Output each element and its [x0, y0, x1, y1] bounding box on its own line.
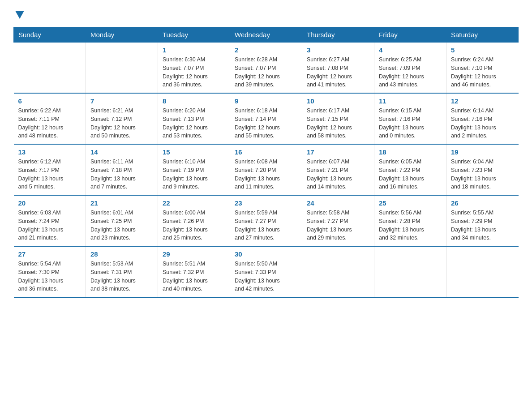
table-row: 5Sunrise: 6:24 AMSunset: 7:10 PMDaylight…	[446, 43, 519, 94]
table-row: 13Sunrise: 6:12 AMSunset: 7:17 PMDayligh…	[14, 144, 86, 195]
logo	[13, 9, 24, 18]
day-info: Sunrise: 6:20 AMSunset: 7:13 PMDaylight:…	[163, 107, 225, 140]
day-number: 14	[90, 148, 153, 156]
table-row: 6Sunrise: 6:22 AMSunset: 7:11 PMDaylight…	[14, 93, 86, 144]
day-number: 9	[235, 97, 297, 105]
week-row-2: 6Sunrise: 6:22 AMSunset: 7:11 PMDaylight…	[14, 93, 519, 144]
table-row: 19Sunrise: 6:04 AMSunset: 7:23 PMDayligh…	[446, 144, 519, 195]
week-row-5: 27Sunrise: 5:54 AMSunset: 7:30 PMDayligh…	[14, 246, 519, 297]
day-number: 6	[18, 97, 82, 105]
table-row: 27Sunrise: 5:54 AMSunset: 7:30 PMDayligh…	[14, 246, 86, 297]
calendar-header: SundayMondayTuesdayWednesdayThursdayFrid…	[14, 27, 519, 43]
table-row: 28Sunrise: 5:53 AMSunset: 7:31 PMDayligh…	[86, 246, 158, 297]
day-number: 25	[379, 199, 442, 207]
day-number: 18	[379, 148, 442, 156]
table-row: 7Sunrise: 6:21 AMSunset: 7:12 PMDaylight…	[86, 93, 158, 144]
table-row	[86, 43, 158, 94]
weekday-header-wednesday: Wednesday	[230, 27, 302, 43]
day-info: Sunrise: 5:51 AMSunset: 7:32 PMDaylight:…	[163, 260, 225, 293]
calendar-table: SundayMondayTuesdayWednesdayThursdayFrid…	[13, 27, 519, 298]
table-row: 11Sunrise: 6:15 AMSunset: 7:16 PMDayligh…	[374, 93, 446, 144]
day-info: Sunrise: 6:27 AMSunset: 7:08 PMDaylight:…	[307, 56, 369, 89]
week-row-1: 1Sunrise: 6:30 AMSunset: 7:07 PMDaylight…	[14, 43, 519, 94]
day-info: Sunrise: 6:05 AMSunset: 7:22 PMDaylight:…	[379, 158, 442, 191]
table-row: 24Sunrise: 5:58 AMSunset: 7:27 PMDayligh…	[302, 195, 374, 246]
day-info: Sunrise: 6:24 AMSunset: 7:10 PMDaylight:…	[451, 56, 514, 89]
weekday-header-thursday: Thursday	[302, 27, 374, 43]
day-info: Sunrise: 6:18 AMSunset: 7:14 PMDaylight:…	[235, 107, 297, 140]
table-row: 10Sunrise: 6:17 AMSunset: 7:15 PMDayligh…	[302, 93, 374, 144]
day-info: Sunrise: 6:12 AMSunset: 7:17 PMDaylight:…	[18, 158, 82, 191]
day-info: Sunrise: 5:53 AMSunset: 7:31 PMDaylight:…	[90, 260, 153, 293]
day-info: Sunrise: 5:59 AMSunset: 7:27 PMDaylight:…	[235, 209, 297, 242]
day-number: 16	[235, 148, 297, 156]
day-info: Sunrise: 6:11 AMSunset: 7:18 PMDaylight:…	[90, 158, 153, 191]
day-info: Sunrise: 6:25 AMSunset: 7:09 PMDaylight:…	[379, 56, 442, 89]
day-info: Sunrise: 5:55 AMSunset: 7:29 PMDaylight:…	[451, 209, 514, 242]
day-info: Sunrise: 6:08 AMSunset: 7:20 PMDaylight:…	[235, 158, 297, 191]
day-number: 13	[18, 148, 82, 156]
day-info: Sunrise: 6:10 AMSunset: 7:19 PMDaylight:…	[163, 158, 225, 191]
table-row: 30Sunrise: 5:50 AMSunset: 7:33 PMDayligh…	[230, 246, 302, 297]
day-info: Sunrise: 6:01 AMSunset: 7:25 PMDaylight:…	[90, 209, 153, 242]
day-info: Sunrise: 6:14 AMSunset: 7:16 PMDaylight:…	[451, 107, 514, 140]
weekday-header-friday: Friday	[374, 27, 446, 43]
table-row: 2Sunrise: 6:28 AMSunset: 7:07 PMDaylight…	[230, 43, 302, 94]
day-number: 19	[451, 148, 514, 156]
day-info: Sunrise: 6:17 AMSunset: 7:15 PMDaylight:…	[307, 107, 369, 140]
day-info: Sunrise: 6:30 AMSunset: 7:07 PMDaylight:…	[163, 56, 225, 89]
table-row: 3Sunrise: 6:27 AMSunset: 7:08 PMDaylight…	[302, 43, 374, 94]
calendar-body: 1Sunrise: 6:30 AMSunset: 7:07 PMDaylight…	[14, 43, 519, 298]
day-number: 10	[307, 97, 369, 105]
table-row: 14Sunrise: 6:11 AMSunset: 7:18 PMDayligh…	[86, 144, 158, 195]
day-info: Sunrise: 5:58 AMSunset: 7:27 PMDaylight:…	[307, 209, 369, 242]
day-number: 4	[379, 46, 442, 54]
day-number: 5	[451, 46, 514, 54]
table-row: 1Sunrise: 6:30 AMSunset: 7:07 PMDaylight…	[158, 43, 230, 94]
day-number: 24	[307, 199, 369, 207]
day-info: Sunrise: 6:28 AMSunset: 7:07 PMDaylight:…	[235, 56, 297, 89]
table-row	[446, 246, 519, 297]
table-row: 9Sunrise: 6:18 AMSunset: 7:14 PMDaylight…	[230, 93, 302, 144]
table-row	[302, 246, 374, 297]
table-row: 18Sunrise: 6:05 AMSunset: 7:22 PMDayligh…	[374, 144, 446, 195]
day-info: Sunrise: 5:56 AMSunset: 7:28 PMDaylight:…	[379, 209, 442, 242]
table-row: 26Sunrise: 5:55 AMSunset: 7:29 PMDayligh…	[446, 195, 519, 246]
logo-triangle-icon	[15, 11, 24, 19]
table-row: 17Sunrise: 6:07 AMSunset: 7:21 PMDayligh…	[302, 144, 374, 195]
table-row: 8Sunrise: 6:20 AMSunset: 7:13 PMDaylight…	[158, 93, 230, 144]
day-number: 23	[235, 199, 297, 207]
week-row-3: 13Sunrise: 6:12 AMSunset: 7:17 PMDayligh…	[14, 144, 519, 195]
weekday-header-tuesday: Tuesday	[158, 27, 230, 43]
day-info: Sunrise: 5:50 AMSunset: 7:33 PMDaylight:…	[235, 260, 297, 293]
table-row	[374, 246, 446, 297]
table-row: 16Sunrise: 6:08 AMSunset: 7:20 PMDayligh…	[230, 144, 302, 195]
day-number: 15	[163, 148, 225, 156]
table-row: 29Sunrise: 5:51 AMSunset: 7:32 PMDayligh…	[158, 246, 230, 297]
day-info: Sunrise: 6:21 AMSunset: 7:12 PMDaylight:…	[90, 107, 153, 140]
day-info: Sunrise: 5:54 AMSunset: 7:30 PMDaylight:…	[18, 260, 82, 293]
day-number: 21	[90, 199, 153, 207]
table-row: 4Sunrise: 6:25 AMSunset: 7:09 PMDaylight…	[374, 43, 446, 94]
day-number: 17	[307, 148, 369, 156]
day-number: 12	[451, 97, 514, 105]
day-number: 2	[235, 46, 297, 54]
day-number: 8	[163, 97, 225, 105]
day-info: Sunrise: 6:07 AMSunset: 7:21 PMDaylight:…	[307, 158, 369, 191]
weekday-header-monday: Monday	[86, 27, 158, 43]
day-info: Sunrise: 6:00 AMSunset: 7:26 PMDaylight:…	[163, 209, 225, 242]
page-header	[13, 9, 519, 18]
table-row: 15Sunrise: 6:10 AMSunset: 7:19 PMDayligh…	[158, 144, 230, 195]
day-info: Sunrise: 6:03 AMSunset: 7:24 PMDaylight:…	[18, 209, 82, 242]
day-info: Sunrise: 6:04 AMSunset: 7:23 PMDaylight:…	[451, 158, 514, 191]
day-number: 29	[163, 250, 225, 258]
day-number: 7	[90, 97, 153, 105]
table-row: 20Sunrise: 6:03 AMSunset: 7:24 PMDayligh…	[14, 195, 86, 246]
week-row-4: 20Sunrise: 6:03 AMSunset: 7:24 PMDayligh…	[14, 195, 519, 246]
day-number: 26	[451, 199, 514, 207]
day-info: Sunrise: 6:22 AMSunset: 7:11 PMDaylight:…	[18, 107, 82, 140]
table-row: 21Sunrise: 6:01 AMSunset: 7:25 PMDayligh…	[86, 195, 158, 246]
weekday-header-row: SundayMondayTuesdayWednesdayThursdayFrid…	[14, 27, 519, 43]
table-row	[14, 43, 86, 94]
day-number: 30	[235, 250, 297, 258]
